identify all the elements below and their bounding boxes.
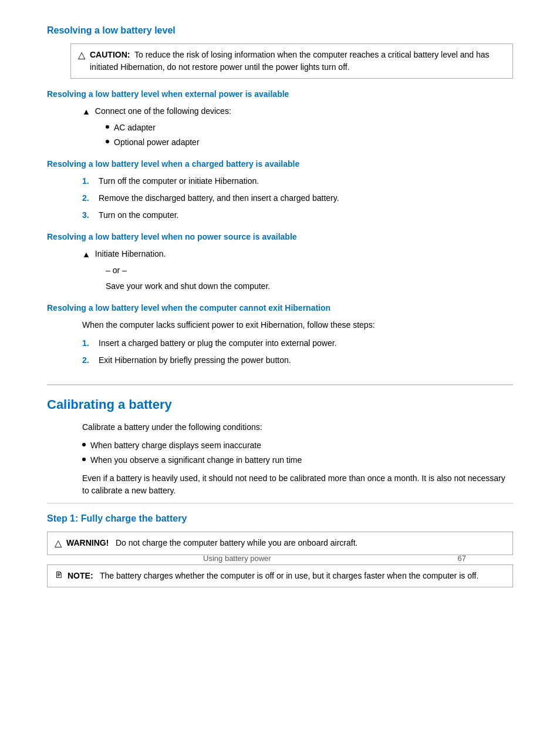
step-number-1: 1.	[82, 175, 94, 187]
connect-item: ▲ Connect one of the following devices:	[82, 105, 513, 118]
sub1-item-2: Optional power adapter	[114, 136, 200, 149]
warning-body: Do not charge the computer battery while…	[116, 538, 357, 547]
calibrating-bullet-1: When battery charge displays seem inaccu…	[90, 439, 261, 452]
sub2-step-1: Turn off the computer or initiate Hibern…	[99, 175, 259, 187]
triangle-bullet-1: ▲	[82, 106, 90, 118]
page-footer: Using battery power 67	[203, 553, 466, 564]
or-separator: – or –	[106, 264, 513, 277]
step-number-2: 2.	[82, 192, 94, 204]
bullet-dot-icon	[82, 458, 86, 461]
warning-label: WARNING!	[66, 538, 109, 547]
step-number-1: 1.	[82, 337, 94, 350]
page-number: 67	[458, 554, 466, 563]
bullet-dot-icon	[82, 443, 86, 446]
sub3-save-text: Save your work and shut down the compute…	[106, 280, 513, 293]
note-box: 🖹 NOTE: The battery charges whether the …	[47, 564, 513, 587]
step-number-3: 3.	[82, 209, 94, 221]
resolving-low-battery-heading: Resolving a low battery level	[47, 23, 513, 38]
list-item: When you observe a significant change in…	[82, 454, 513, 466]
note-text: NOTE: The battery charges whether the co…	[68, 570, 478, 582]
list-item: 1. Insert a charged battery or plug the …	[82, 337, 513, 350]
sub3-heading: Resolving a low battery level when no po…	[47, 231, 513, 243]
warning-triangle-icon: △	[55, 537, 62, 550]
sub1-bullet-list: AC adapter Optional power adapter	[106, 122, 513, 149]
note-body: The battery charges whether the computer…	[100, 571, 478, 580]
calibrating-battery-heading: Calibrating a battery	[47, 384, 513, 414]
list-item: 1. Turn off the computer or initiate Hib…	[82, 175, 513, 187]
sub2-step-3: Turn on the computer.	[99, 209, 178, 221]
calibrating-bullet-2: When you observe a significant change in…	[90, 454, 302, 466]
calibrating-intro: Calibrate a battery under the following …	[82, 421, 513, 434]
sub4-heading: Resolving a low battery level when the c…	[47, 302, 513, 314]
caution-body: To reduce the risk of losing information…	[90, 50, 490, 72]
step1-heading: Step 1: Fully charge the battery	[47, 503, 513, 526]
caution-triangle-icon: △	[78, 49, 85, 62]
caution-text: CAUTION: To reduce the risk of losing in…	[90, 49, 505, 73]
sub2-step-2: Remove the discharged battery, and then …	[99, 192, 339, 204]
sub2-steps: 1. Turn off the computer or initiate Hib…	[82, 175, 513, 221]
caution-label: CAUTION:	[90, 50, 130, 59]
step-number-2: 2.	[82, 354, 94, 367]
list-item: Optional power adapter	[106, 136, 513, 149]
sub1-heading: Resolving a low battery level when exter…	[47, 88, 513, 100]
footer-text: Using battery power	[203, 554, 271, 563]
warning-text: WARNING! Do not charge the computer batt…	[66, 537, 357, 549]
sub4-step-1: Insert a charged battery or plug the com…	[99, 337, 336, 350]
bullet-dot-icon	[106, 140, 109, 143]
sub1-item-1: AC adapter	[114, 122, 156, 134]
bullet-dot-icon	[106, 125, 109, 129]
sub3-hibernate-item: ▲ Initiate Hibernation.	[82, 248, 513, 261]
list-item: AC adapter	[106, 122, 513, 134]
sub2-heading: Resolving a low battery level when a cha…	[47, 158, 513, 170]
list-item: 2. Exit Hibernation by briefly pressing …	[82, 354, 513, 367]
connect-label: Connect one of the following devices:	[95, 105, 231, 117]
sub4-intro: When the computer lacks sufficient power…	[82, 319, 513, 331]
list-item: 3. Turn on the computer.	[82, 209, 513, 221]
note-icon: 🖹	[55, 570, 63, 582]
list-item: When battery charge displays seem inaccu…	[82, 439, 513, 452]
list-item: 2. Remove the discharged battery, and th…	[82, 192, 513, 204]
note-label: NOTE:	[68, 571, 93, 580]
sub3-hibernate-text: Initiate Hibernation.	[95, 248, 166, 260]
calibrating-note: Even if a battery is heavily used, it sh…	[82, 472, 513, 497]
sub4-steps: 1. Insert a charged battery or plug the …	[82, 337, 513, 367]
calibrating-bullet-list: When battery charge displays seem inaccu…	[82, 439, 513, 466]
warning-box: △ WARNING! Do not charge the computer ba…	[47, 532, 513, 555]
sub4-step-2: Exit Hibernation by briefly pressing the…	[99, 354, 291, 367]
triangle-bullet-2: ▲	[82, 248, 90, 261]
caution-box: △ CAUTION: To reduce the risk of losing …	[70, 43, 513, 79]
